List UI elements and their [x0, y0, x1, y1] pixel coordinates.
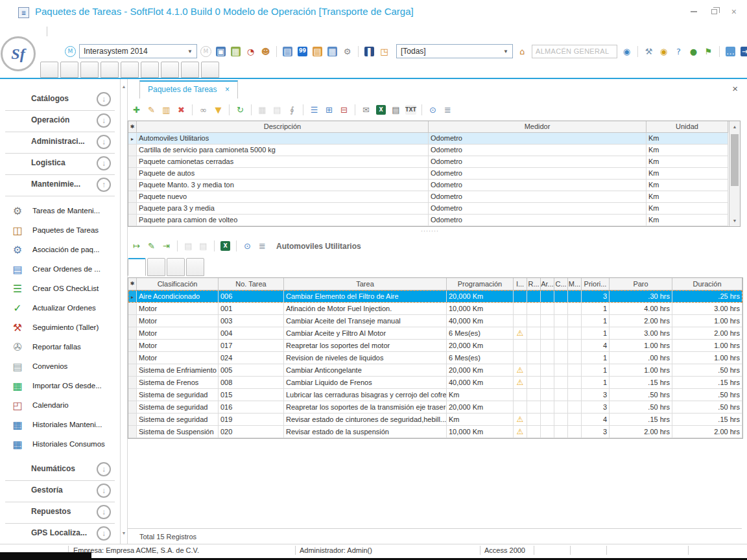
toolbar-button[interactable]: [719, 46, 720, 57]
toolbar-button[interactable]: ▤: [311, 45, 324, 58]
sidebar-item[interactable]: ▤ Crear Ordenes de ...: [0, 260, 120, 279]
sidebar-item[interactable]: ☰ Crear OS CheckList: [0, 279, 120, 299]
minimize-button[interactable]: [691, 6, 697, 17]
table-row[interactable]: ▸ Cartilla de servicio para camioneta 50…: [128, 145, 740, 156]
toolbar-button[interactable]: [192, 104, 193, 115]
circle-arrow-icon[interactable]: ↓: [97, 526, 111, 541]
table-row[interactable]: ▸ Motor 003 Cambiar Aceite del Transeje …: [128, 315, 742, 327]
toolbar-button[interactable]: ▤: [182, 240, 195, 252]
sidebar-item[interactable]: ▦ Historiales Consumos: [0, 435, 120, 454]
sidebar-group[interactable]: Neumáticos ↓: [5, 460, 115, 481]
table-row[interactable]: ▸ Motor 017 Reapretar los soportes del m…: [128, 340, 742, 352]
toolbar-button[interactable]: [358, 46, 359, 57]
column-header-duracion[interactable]: Duración: [672, 278, 742, 290]
toolbar-button[interactable]: ≣: [442, 104, 454, 116]
scroll-down-icon[interactable]: ▼: [121, 531, 127, 535]
sidebar-group[interactable]: GPS Localiza... ↓: [5, 524, 115, 544]
column-header-no-tarea[interactable]: No. Tarea: [219, 278, 284, 290]
scrollbar-thumb[interactable]: [731, 134, 739, 186]
circle-arrow-icon[interactable]: ↓: [97, 92, 111, 106]
ribbon-tab[interactable]: [161, 62, 179, 78]
circle-arrow-icon[interactable]: ↓: [97, 505, 111, 519]
column-header-paro[interactable]: Paro: [610, 278, 672, 290]
toolbar-button[interactable]: ✎: [145, 104, 158, 116]
grid-resize-handle[interactable]: ·······: [421, 228, 439, 234]
toolbar-button[interactable]: ⚙: [341, 45, 353, 58]
table-row[interactable]: ▸ Sistema de seguridad 016 Reapretar los…: [128, 401, 742, 414]
table-row[interactable]: ▸ Sistema de Suspensión 020 Revisar esta…: [128, 426, 742, 438]
toolbar-button[interactable]: [229, 104, 230, 115]
table-row[interactable]: ▸ Paquete de autos Odometro Km: [128, 168, 740, 180]
toolbar-button[interactable]: ▦: [326, 45, 338, 58]
toolbar-button[interactable]: ☰: [308, 104, 320, 116]
toolbar-button[interactable]: ▤: [197, 240, 209, 252]
circle-arrow-icon[interactable]: ↓: [97, 135, 111, 149]
table-row[interactable]: ▸ Paquete para camion de volteo Odometro…: [128, 215, 740, 226]
toolbar-button[interactable]: ▣: [215, 45, 227, 58]
sidebar-splitter[interactable]: ▲ ▼: [120, 79, 128, 544]
toolbar-button[interactable]: ❚: [363, 45, 375, 58]
toolbar-button[interactable]: ▦: [256, 104, 268, 116]
column-header-descripcion[interactable]: Descripción: [137, 121, 429, 133]
sidebar-item[interactable]: ✓ Actualizar Ordenes: [0, 299, 120, 318]
sidebar-group[interactable]: Administraci... ↓: [5, 132, 115, 154]
toolbar-button[interactable]: [177, 240, 178, 251]
table-row[interactable]: ▸ Paquete nuevo Odometro Km: [128, 191, 740, 203]
toolbar-button[interactable]: [276, 46, 277, 57]
circle-arrow-icon[interactable]: ↓: [97, 156, 111, 170]
toolbar-button[interactable]: [637, 46, 638, 57]
scroll-up-icon[interactable]: ▲: [729, 124, 740, 129]
table-row[interactable]: ▸ Automoviles Utilitarios Odometro Km: [128, 133, 740, 145]
ribbon-tab[interactable]: [40, 62, 58, 78]
detail-tab[interactable]: [128, 258, 146, 276]
column-header-programacion[interactable]: Programación: [447, 278, 514, 290]
column-header-medidor[interactable]: Medidor: [429, 121, 646, 133]
tab-paquetes-de-tareas[interactable]: Paquetes de Tareas ×: [139, 80, 238, 99]
sidebar-group[interactable]: Operación ↓: [5, 111, 115, 132]
sidebar-item[interactable]: ▦ Importar OS desde...: [0, 377, 120, 396]
close-button[interactable]: ×: [731, 6, 737, 17]
toolbar-button[interactable]: ↦: [130, 240, 143, 252]
ribbon-tab[interactable]: [201, 62, 219, 78]
vertical-scrollbar[interactable]: ▲ ▼: [729, 121, 740, 226]
toolbar-button[interactable]: ⊙: [241, 240, 254, 252]
scroll-up-icon[interactable]: ▲: [121, 84, 127, 89]
toolbar-button[interactable]: ◉: [658, 45, 670, 58]
panel-close-icon[interactable]: ×: [732, 83, 738, 94]
table-row[interactable]: ▸ Sistema de Frenos 008 Cambiar Liquido …: [128, 377, 742, 389]
ribbon-tab[interactable]: [181, 62, 199, 78]
table-row[interactable]: ▸ Motor 001 Afinación de Motor Fuel Inje…: [128, 303, 742, 315]
toolbar-button[interactable]: [236, 240, 237, 251]
table-row[interactable]: ▸ Paquete para 3 y media Odometro Km: [128, 203, 740, 215]
table-row[interactable]: ▸ Sistema de seguridad 019 Revisar estad…: [128, 414, 742, 426]
filter-combobox[interactable]: [Todas] ▼: [396, 44, 513, 58]
toolbar-button[interactable]: ◳: [378, 45, 390, 58]
toolbar-button[interactable]: [355, 104, 355, 115]
circle-arrow-icon[interactable]: ↑: [97, 178, 111, 192]
tab-close-icon[interactable]: ×: [225, 85, 230, 94]
toolbar-button[interactable]: ⊙: [427, 104, 439, 116]
toolbar-button[interactable]: ↻: [234, 104, 246, 116]
restore-button[interactable]: [711, 6, 717, 17]
ribbon-tab[interactable]: [121, 62, 139, 78]
sidebar-item[interactable]: ⚙ Tareas de Manteni...: [0, 202, 120, 221]
toolbar-button[interactable]: ✎: [145, 240, 158, 252]
column-header-tarea[interactable]: Tarea: [284, 278, 447, 290]
sidebar-item[interactable]: ◰ Calendario: [0, 396, 120, 415]
toolbar-button[interactable]: X: [375, 104, 387, 116]
sidebar-item[interactable]: ⚙ Asociación de paq...: [0, 240, 120, 260]
toolbar-button[interactable]: ?: [672, 45, 685, 58]
toolbar-button[interactable]: [214, 240, 215, 251]
toolbar-button[interactable]: ▥: [160, 104, 172, 116]
column-header-c[interactable]: C...: [554, 278, 568, 290]
toolbar-button[interactable]: ◉: [621, 45, 633, 58]
table-row[interactable]: ▸ Paquete Manto. 3 y media ton Odometro …: [128, 180, 740, 191]
column-header-clasificacion[interactable]: Clasificación: [137, 278, 219, 290]
toolbar-button[interactable]: ⚑: [702, 45, 715, 58]
table-row[interactable]: ▸ Motor 024 Revision de niveles de liqui…: [128, 352, 742, 364]
toolbar-button[interactable]: ✚: [130, 104, 143, 116]
toolbar-button[interactable]: ▤: [271, 104, 283, 116]
detail-tab[interactable]: [147, 258, 165, 276]
toolbar-button[interactable]: …: [724, 45, 737, 58]
toolbar-button[interactable]: ≣: [256, 240, 268, 252]
